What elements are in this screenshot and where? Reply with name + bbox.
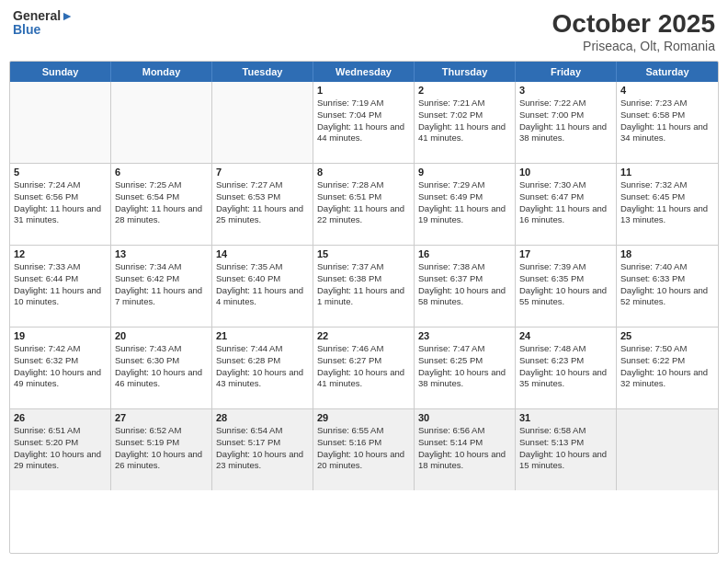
subtitle: Priseaca, Olt, Romania bbox=[552, 39, 715, 53]
logo-blue: Blue bbox=[13, 23, 74, 37]
calendar-row-4: 19Sunrise: 7:42 AM Sunset: 6:32 PM Dayli… bbox=[10, 327, 718, 409]
main-title: October 2025 bbox=[552, 9, 715, 39]
day-info: Sunrise: 7:24 AM Sunset: 6:56 PM Dayligh… bbox=[14, 179, 107, 226]
day-number: 31 bbox=[519, 412, 612, 423]
day-info: Sunrise: 7:22 AM Sunset: 7:00 PM Dayligh… bbox=[519, 98, 612, 144]
day-number: 13 bbox=[115, 248, 208, 259]
calendar-cell: 26Sunrise: 6:51 AM Sunset: 5:20 PM Dayli… bbox=[10, 409, 111, 490]
logo: General► Blue bbox=[13, 9, 74, 38]
calendar-cell: 11Sunrise: 7:32 AM Sunset: 6:45 PM Dayli… bbox=[617, 164, 718, 245]
calendar-cell: 5Sunrise: 7:24 AM Sunset: 6:56 PM Daylig… bbox=[10, 164, 111, 245]
calendar-cell: 3Sunrise: 7:22 AM Sunset: 7:00 PM Daylig… bbox=[516, 82, 617, 163]
day-info: Sunrise: 7:35 AM Sunset: 6:40 PM Dayligh… bbox=[216, 261, 309, 308]
day-info: Sunrise: 6:58 AM Sunset: 5:13 PM Dayligh… bbox=[519, 425, 612, 472]
day-number: 29 bbox=[317, 412, 410, 423]
day-number: 23 bbox=[418, 330, 511, 341]
day-info: Sunrise: 7:46 AM Sunset: 6:27 PM Dayligh… bbox=[317, 343, 410, 390]
day-of-week-tuesday: Tuesday bbox=[212, 62, 313, 82]
calendar-cell bbox=[111, 82, 212, 163]
day-info: Sunrise: 7:39 AM Sunset: 6:35 PM Dayligh… bbox=[519, 261, 612, 308]
calendar-cell: 28Sunrise: 6:54 AM Sunset: 5:17 PM Dayli… bbox=[212, 409, 313, 490]
calendar-row-2: 5Sunrise: 7:24 AM Sunset: 6:56 PM Daylig… bbox=[10, 164, 718, 246]
calendar-cell: 21Sunrise: 7:44 AM Sunset: 6:28 PM Dayli… bbox=[212, 327, 313, 408]
day-number: 4 bbox=[620, 85, 714, 96]
day-info: Sunrise: 7:34 AM Sunset: 6:42 PM Dayligh… bbox=[115, 261, 208, 308]
day-number: 28 bbox=[216, 412, 309, 423]
day-number: 25 bbox=[620, 330, 714, 341]
calendar-cell: 2Sunrise: 7:21 AM Sunset: 7:02 PM Daylig… bbox=[415, 82, 516, 163]
day-info: Sunrise: 7:25 AM Sunset: 6:54 PM Dayligh… bbox=[115, 179, 208, 226]
calendar-cell bbox=[212, 82, 313, 163]
day-number: 1 bbox=[317, 85, 410, 96]
day-info: Sunrise: 7:44 AM Sunset: 6:28 PM Dayligh… bbox=[216, 343, 309, 390]
calendar-cell bbox=[10, 82, 111, 163]
calendar-row-3: 12Sunrise: 7:33 AM Sunset: 6:44 PM Dayli… bbox=[10, 246, 718, 327]
calendar-cell: 27Sunrise: 6:52 AM Sunset: 5:19 PM Dayli… bbox=[111, 409, 212, 490]
day-number: 7 bbox=[216, 167, 309, 178]
day-number: 12 bbox=[14, 248, 107, 259]
day-number: 6 bbox=[115, 167, 208, 178]
day-info: Sunrise: 7:33 AM Sunset: 6:44 PM Dayligh… bbox=[14, 261, 107, 308]
day-number: 19 bbox=[14, 330, 107, 341]
day-info: Sunrise: 7:37 AM Sunset: 6:38 PM Dayligh… bbox=[317, 261, 410, 308]
day-of-week-sunday: Sunday bbox=[10, 62, 111, 82]
calendar-cell: 14Sunrise: 7:35 AM Sunset: 6:40 PM Dayli… bbox=[212, 246, 313, 327]
day-of-week-friday: Friday bbox=[516, 62, 617, 82]
day-number: 21 bbox=[216, 330, 309, 341]
calendar-cell: 9Sunrise: 7:29 AM Sunset: 6:49 PM Daylig… bbox=[415, 164, 516, 245]
day-info: Sunrise: 6:55 AM Sunset: 5:16 PM Dayligh… bbox=[317, 425, 410, 472]
calendar-cell: 10Sunrise: 7:30 AM Sunset: 6:47 PM Dayli… bbox=[516, 164, 617, 245]
calendar-cell bbox=[617, 409, 718, 490]
title-block: October 2025 Priseaca, Olt, Romania bbox=[552, 9, 715, 53]
day-info: Sunrise: 6:54 AM Sunset: 5:17 PM Dayligh… bbox=[216, 425, 309, 472]
calendar-cell: 30Sunrise: 6:56 AM Sunset: 5:14 PM Dayli… bbox=[415, 409, 516, 490]
day-number: 24 bbox=[519, 330, 612, 341]
calendar: SundayMondayTuesdayWednesdayThursdayFrid… bbox=[9, 61, 719, 554]
calendar-cell: 15Sunrise: 7:37 AM Sunset: 6:38 PM Dayli… bbox=[313, 246, 415, 327]
day-number: 2 bbox=[418, 85, 511, 96]
day-number: 27 bbox=[115, 412, 208, 423]
calendar-cell: 31Sunrise: 6:58 AM Sunset: 5:13 PM Dayli… bbox=[516, 409, 617, 490]
day-info: Sunrise: 6:51 AM Sunset: 5:20 PM Dayligh… bbox=[14, 425, 107, 472]
day-number: 30 bbox=[418, 412, 511, 423]
calendar-cell: 18Sunrise: 7:40 AM Sunset: 6:33 PM Dayli… bbox=[617, 246, 718, 327]
day-info: Sunrise: 7:48 AM Sunset: 6:23 PM Dayligh… bbox=[519, 343, 612, 390]
calendar-header: SundayMondayTuesdayWednesdayThursdayFrid… bbox=[10, 62, 718, 82]
calendar-cell: 13Sunrise: 7:34 AM Sunset: 6:42 PM Dayli… bbox=[111, 246, 212, 327]
logo-general: General► bbox=[13, 9, 74, 23]
day-info: Sunrise: 7:40 AM Sunset: 6:33 PM Dayligh… bbox=[620, 261, 714, 308]
day-number: 17 bbox=[519, 248, 612, 259]
day-info: Sunrise: 6:52 AM Sunset: 5:19 PM Dayligh… bbox=[115, 425, 208, 472]
day-number: 3 bbox=[519, 85, 612, 96]
calendar-cell: 8Sunrise: 7:28 AM Sunset: 6:51 PM Daylig… bbox=[313, 164, 415, 245]
day-number: 5 bbox=[14, 167, 107, 178]
day-number: 11 bbox=[620, 167, 714, 178]
calendar-cell: 6Sunrise: 7:25 AM Sunset: 6:54 PM Daylig… bbox=[111, 164, 212, 245]
day-info: Sunrise: 7:27 AM Sunset: 6:53 PM Dayligh… bbox=[216, 179, 309, 226]
calendar-cell: 25Sunrise: 7:50 AM Sunset: 6:22 PM Dayli… bbox=[617, 327, 718, 408]
day-info: Sunrise: 7:29 AM Sunset: 6:49 PM Dayligh… bbox=[418, 179, 511, 226]
header: General► Blue October 2025 Priseaca, Olt… bbox=[9, 9, 719, 53]
calendar-cell: 7Sunrise: 7:27 AM Sunset: 6:53 PM Daylig… bbox=[212, 164, 313, 245]
day-info: Sunrise: 7:43 AM Sunset: 6:30 PM Dayligh… bbox=[115, 343, 208, 390]
page: General► Blue October 2025 Priseaca, Olt… bbox=[0, 0, 728, 563]
calendar-row-5: 26Sunrise: 6:51 AM Sunset: 5:20 PM Dayli… bbox=[10, 409, 718, 490]
day-number: 8 bbox=[317, 167, 410, 178]
day-number: 15 bbox=[317, 248, 410, 259]
day-of-week-thursday: Thursday bbox=[415, 62, 516, 82]
day-of-week-saturday: Saturday bbox=[617, 62, 718, 82]
day-number: 22 bbox=[317, 330, 410, 341]
day-number: 9 bbox=[418, 167, 511, 178]
day-number: 10 bbox=[519, 167, 612, 178]
day-number: 16 bbox=[418, 248, 511, 259]
day-info: Sunrise: 6:56 AM Sunset: 5:14 PM Dayligh… bbox=[418, 425, 511, 472]
day-of-week-monday: Monday bbox=[111, 62, 212, 82]
calendar-cell: 1Sunrise: 7:19 AM Sunset: 7:04 PM Daylig… bbox=[313, 82, 415, 163]
day-info: Sunrise: 7:32 AM Sunset: 6:45 PM Dayligh… bbox=[620, 179, 714, 226]
day-info: Sunrise: 7:23 AM Sunset: 6:58 PM Dayligh… bbox=[620, 98, 714, 144]
day-number: 26 bbox=[14, 412, 107, 423]
calendar-cell: 24Sunrise: 7:48 AM Sunset: 6:23 PM Dayli… bbox=[516, 327, 617, 408]
calendar-cell: 29Sunrise: 6:55 AM Sunset: 5:16 PM Dayli… bbox=[313, 409, 415, 490]
day-of-week-wednesday: Wednesday bbox=[313, 62, 415, 82]
calendar-cell: 19Sunrise: 7:42 AM Sunset: 6:32 PM Dayli… bbox=[10, 327, 111, 408]
